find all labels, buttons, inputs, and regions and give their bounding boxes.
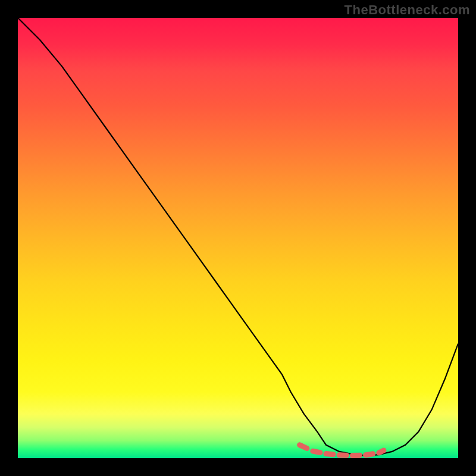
chart-plot-area: [18, 18, 458, 458]
optimal-marker-dash: [313, 451, 320, 452]
optimal-region-markers: [300, 445, 384, 456]
chart-svg: [18, 18, 458, 458]
optimal-marker-dash: [379, 450, 384, 453]
watermark-text: TheBottleneck.com: [345, 2, 470, 18]
optimal-marker-dash: [326, 454, 333, 455]
optimal-marker-dash: [366, 454, 373, 455]
optimal-marker-dash: [300, 445, 307, 449]
bottleneck-curve: [18, 18, 458, 456]
